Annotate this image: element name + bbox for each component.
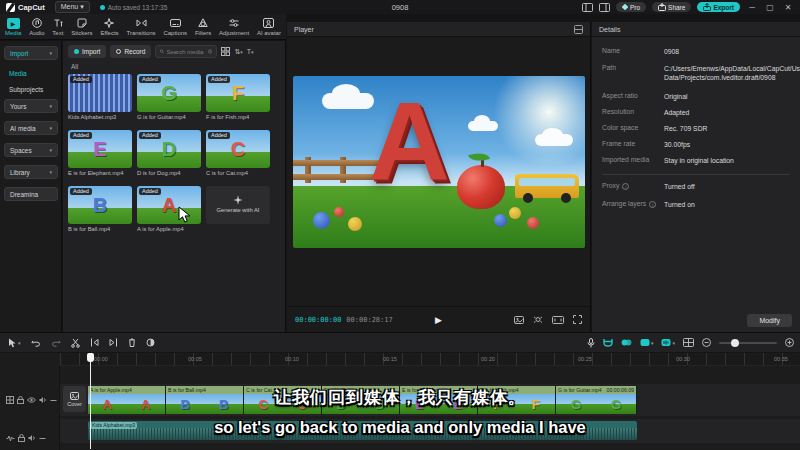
sidebar-item-import[interactable]: Import▾: [4, 46, 58, 60]
mask-icon[interactable]: [146, 338, 155, 347]
redo-icon[interactable]: [51, 338, 61, 347]
sidebar-item-library[interactable]: Library▾: [4, 165, 58, 179]
fence-rail: [293, 160, 381, 166]
menu-button[interactable]: Menu ▾: [55, 1, 90, 13]
mouse-cursor: [178, 206, 192, 224]
details-panel: Details Name0908 PathC:/Users/Emenws/App…: [592, 22, 800, 332]
tab-captions[interactable]: Captions: [163, 18, 187, 36]
select-tool-icon[interactable]: ▾: [8, 338, 21, 348]
sidebar-item-media[interactable]: Media: [9, 70, 27, 77]
pro-button[interactable]: Pro: [616, 2, 646, 12]
preview-axis-toggle-icon[interactable]: ▾: [640, 338, 654, 347]
chevron-down-icon: ▾: [49, 103, 52, 109]
search-box[interactable]: [155, 45, 217, 58]
zoom-slider-knob[interactable]: [731, 339, 739, 347]
split-icon[interactable]: [71, 338, 80, 348]
media-item-kids-alphabet[interactable]: Added Kids Alphabet.mp3: [68, 74, 132, 120]
tab-adjustment[interactable]: Adjustment: [219, 18, 249, 36]
sidebar-item-yours[interactable]: Yours▾: [4, 99, 58, 113]
voiceover-icon[interactable]: [587, 338, 595, 348]
trim-right-icon[interactable]: [109, 338, 118, 347]
blue-ball: [313, 212, 330, 229]
quality-icon[interactable]: [514, 316, 524, 324]
filter-all-label[interactable]: All: [71, 63, 78, 70]
sidebar-item-subprojects[interactable]: Subprojects: [9, 86, 43, 93]
fullscreen-icon[interactable]: [573, 315, 582, 324]
link-toggle-icon[interactable]: [621, 338, 632, 347]
undo-icon[interactable]: [31, 338, 41, 347]
delete-icon[interactable]: [128, 338, 136, 347]
media-item-c-cat[interactable]: C Added C is for Cat.mp4: [206, 130, 270, 176]
media-item-g-guitar[interactable]: G Added G is for Guitar.mp4: [137, 74, 201, 120]
tab-media[interactable]: ▶ Media: [5, 18, 21, 36]
tab-ai-avatar[interactable]: AI avatar: [257, 18, 281, 36]
sort-icon[interactable]: ⇅▾: [234, 48, 242, 56]
detail-imported-value[interactable]: Stay in original location: [664, 156, 790, 165]
ai-avatar-tab-icon: [263, 18, 274, 29]
timeline-ruler[interactable]: 00:00 00:05 00:10 00:15 00:20 00:25 00:3…: [60, 353, 800, 366]
filter-type-icon[interactable]: T▾: [247, 48, 254, 55]
text-tab-icon: [53, 18, 63, 29]
sun-glare: [489, 76, 585, 172]
search-history-icon[interactable]: [208, 48, 212, 55]
export-button[interactable]: Export: [697, 2, 740, 12]
capcut-window: CapCut Menu ▾ Auto saved 13:17:35 0908 P…: [0, 0, 800, 450]
minimize-button[interactable]: ─: [746, 3, 758, 12]
keyframe-grid-icon[interactable]: [683, 338, 694, 347]
tab-stickers[interactable]: Stickers: [71, 18, 92, 36]
trim-left-icon[interactable]: [90, 338, 99, 347]
audio-levels-toggle-icon[interactable]: ▾: [661, 338, 675, 347]
media-library-panel: Import Record ⇅▾ T▾ All Added Kids Alpha…: [63, 41, 286, 332]
share-button[interactable]: Share: [652, 2, 691, 12]
ratio-icon[interactable]: [552, 316, 564, 324]
media-sidebar: Import▾ Media Subprojects Yours▾ AI medi…: [0, 41, 62, 332]
tab-filters[interactable]: Filters: [195, 18, 211, 36]
close-button[interactable]: ✕: [782, 3, 794, 12]
timeline-zoom-slider[interactable]: [719, 342, 777, 344]
zoom-in-icon[interactable]: [785, 338, 794, 347]
player-options-icon[interactable]: [574, 25, 583, 34]
media-item-f-fish[interactable]: F Added F is for Fish.mp4: [206, 74, 270, 120]
sidebar-item-spaces[interactable]: Spaces▾: [4, 143, 58, 157]
cloud: [468, 121, 498, 131]
generate-with-ai-button[interactable]: Generate with AI: [206, 186, 270, 224]
layout-toggle-icon[interactable]: [582, 3, 593, 12]
media-tab-bar: ▶ Media Audio Text Stickers Effects Tran…: [0, 14, 286, 40]
modify-button[interactable]: Modify: [747, 314, 792, 327]
added-badge: Added: [139, 76, 161, 83]
captions-tab-icon: [170, 18, 181, 29]
export-icon: [703, 3, 711, 11]
sidebar-item-dreamina[interactable]: Dreamina: [4, 187, 58, 201]
tab-effects[interactable]: Effects: [100, 18, 118, 36]
effects-tab-icon: [104, 18, 114, 29]
player-controls: 00:00:00:00 00:00:28:17 ▶: [287, 306, 590, 332]
player-panel-title: Player: [294, 26, 314, 33]
maximize-button[interactable]: ▢: [764, 3, 776, 12]
media-item-e-elephant[interactable]: E Added E is for Elephant.mp4: [68, 130, 132, 176]
record-button[interactable]: Record: [110, 45, 151, 58]
media-item-d-dog[interactable]: D Added D is for Dog.mp4: [137, 130, 201, 176]
capcut-logo: CapCut: [6, 3, 45, 12]
proxy-toggle-value[interactable]: Turned off: [664, 182, 790, 191]
video-preview[interactable]: A: [293, 76, 585, 248]
tab-transitions[interactable]: Transitions: [126, 18, 155, 36]
detail-resolution-value[interactable]: Adapted: [664, 108, 790, 117]
import-button[interactable]: Import: [68, 45, 106, 58]
fit-view-icon[interactable]: [533, 315, 543, 324]
search-input[interactable]: [166, 49, 206, 55]
arrange-layers-value[interactable]: Turned on: [664, 200, 790, 209]
layout-toggle-2-icon[interactable]: [599, 3, 610, 12]
added-badge: Added: [139, 188, 161, 195]
play-button[interactable]: ▶: [435, 315, 442, 325]
snap-toggle-icon[interactable]: [603, 338, 613, 347]
detail-colorspace-value[interactable]: Rec. 709 SDR: [664, 124, 790, 133]
detail-aspect-value[interactable]: Original: [664, 92, 790, 101]
tab-audio[interactable]: Audio: [29, 18, 44, 36]
media-item-b-ball[interactable]: B Added B is for Ball.mp4: [68, 186, 132, 232]
view-toggle-icon[interactable]: [221, 47, 230, 56]
details-panel-title: Details: [599, 26, 620, 33]
detail-framerate-value[interactable]: 30.00fps: [664, 140, 790, 149]
zoom-out-icon[interactable]: [702, 338, 711, 347]
tab-text[interactable]: Text: [52, 18, 63, 36]
sidebar-item-ai-media[interactable]: AI media▾: [4, 121, 58, 135]
